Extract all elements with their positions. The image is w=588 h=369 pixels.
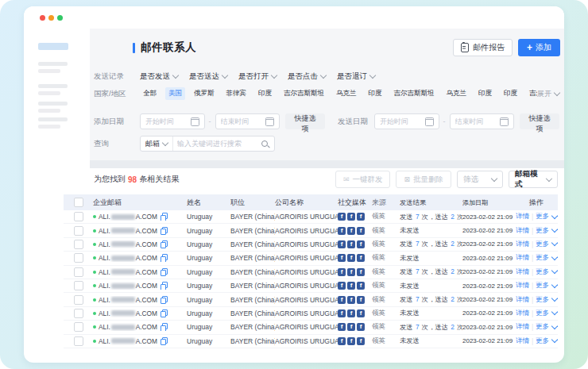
country-option[interactable]: 印度 — [501, 87, 520, 100]
detail-link[interactable]: 详情 — [516, 267, 529, 277]
country-option[interactable]: 乌克兰 — [333, 87, 360, 100]
facebook-icon[interactable]: f — [338, 254, 346, 262]
facebook-icon[interactable]: f — [338, 227, 346, 235]
detail-link[interactable]: 详情 — [516, 226, 529, 236]
zoom-window-button[interactable] — [57, 15, 63, 21]
send-filter-dropdown[interactable]: 是否送达 — [189, 71, 227, 82]
sidebar-item[interactable] — [38, 91, 60, 95]
header-checkbox[interactable] — [74, 198, 83, 207]
facebook-icon[interactable]: f — [338, 282, 346, 290]
search-field-select[interactable]: 邮箱 — [141, 136, 173, 151]
facebook-icon[interactable]: f — [347, 268, 355, 276]
send-filter-dropdown[interactable]: 是否打开 — [238, 71, 277, 82]
sidebar-item[interactable] — [38, 69, 60, 73]
expand-toggle[interactable]: 展开 — [537, 89, 559, 99]
row-checkbox[interactable] — [74, 309, 83, 318]
copy-icon[interactable] — [161, 254, 168, 262]
facebook-icon[interactable]: f — [338, 240, 346, 248]
more-link[interactable]: 更多 — [536, 295, 557, 305]
search-icon[interactable] — [261, 140, 268, 147]
facebook-icon[interactable]: f — [357, 240, 365, 248]
more-link[interactable]: 更多 — [536, 240, 557, 249]
copy-icon[interactable] — [161, 268, 168, 276]
add-date-end-input[interactable] — [215, 113, 280, 129]
search-input[interactable] — [173, 140, 261, 148]
country-option[interactable]: 吉尔吉斯斯坦 — [280, 87, 327, 100]
row-checkbox[interactable] — [74, 226, 83, 236]
facebook-icon[interactable]: f — [357, 213, 365, 221]
copy-icon[interactable] — [161, 296, 168, 304]
more-link[interactable]: 更多 — [536, 309, 557, 318]
facebook-icon[interactable]: f — [347, 240, 355, 248]
facebook-icon[interactable]: f — [347, 213, 355, 221]
country-option[interactable]: 菲律宾 — [223, 87, 250, 100]
detail-link[interactable]: 详情 — [516, 281, 529, 290]
facebook-icon[interactable]: f — [357, 309, 365, 317]
facebook-icon[interactable]: f — [347, 227, 355, 235]
sidebar-item[interactable] — [38, 117, 68, 121]
sidebar-item-active[interactable] — [38, 43, 68, 50]
copy-icon[interactable] — [161, 213, 168, 221]
detail-link[interactable]: 详情 — [516, 336, 529, 346]
facebook-icon[interactable]: f — [338, 323, 346, 331]
more-link[interactable]: 更多 — [536, 212, 557, 221]
detail-link[interactable]: 详情 — [516, 240, 529, 249]
copy-icon[interactable] — [161, 323, 168, 331]
detail-link[interactable]: 详情 — [516, 253, 529, 263]
copy-icon[interactable] — [161, 337, 168, 345]
detail-link[interactable]: 详情 — [516, 295, 529, 305]
facebook-icon[interactable]: f — [347, 296, 355, 304]
facebook-icon[interactable]: f — [357, 296, 365, 304]
row-checkbox[interactable] — [74, 322, 83, 332]
facebook-icon[interactable]: f — [357, 323, 365, 331]
row-checkbox[interactable] — [74, 295, 83, 305]
detail-link[interactable]: 详情 — [516, 322, 529, 332]
country-option[interactable]: 全部 — [140, 87, 160, 100]
row-checkbox[interactable] — [74, 267, 83, 277]
copy-icon[interactable] — [161, 309, 168, 317]
country-option[interactable]: 吉尔吉斯斯坦 — [526, 87, 537, 100]
country-option[interactable]: 俄罗斯 — [191, 87, 218, 100]
country-option[interactable]: 印度 — [475, 87, 495, 100]
sidebar-item[interactable] — [38, 102, 68, 106]
country-option[interactable]: 吉尔吉斯斯坦 — [391, 87, 438, 100]
row-checkbox[interactable] — [74, 336, 83, 346]
send-filter-dropdown[interactable]: 是否发送 — [140, 71, 178, 82]
more-link[interactable]: 更多 — [536, 322, 557, 332]
sidebar-item[interactable] — [38, 62, 68, 66]
facebook-icon[interactable]: f — [338, 213, 346, 221]
mode-select[interactable]: 邮箱模式 — [509, 171, 558, 188]
send-filter-dropdown[interactable]: 是否点击 — [288, 71, 326, 82]
facebook-icon[interactable]: f — [357, 254, 365, 262]
row-checkbox[interactable] — [74, 240, 83, 249]
sidebar-item[interactable] — [38, 109, 60, 113]
facebook-icon[interactable]: f — [357, 282, 365, 290]
more-link[interactable]: 更多 — [536, 267, 557, 277]
country-option[interactable]: 美国 — [165, 87, 185, 100]
send-date-start-input[interactable] — [374, 113, 439, 129]
more-link[interactable]: 更多 — [536, 226, 557, 236]
row-checkbox[interactable] — [74, 253, 83, 263]
country-option[interactable]: 乌克兰 — [443, 87, 470, 100]
add-button[interactable]: + 添加 — [518, 39, 560, 56]
more-link[interactable]: 更多 — [536, 336, 557, 346]
facebook-icon[interactable]: f — [357, 227, 365, 235]
filter-select[interactable]: 筛选 — [457, 171, 503, 188]
row-checkbox[interactable] — [74, 212, 83, 221]
copy-icon[interactable] — [161, 227, 168, 235]
bulk-delete-button[interactable]: ⊠ 批量删除 — [396, 171, 451, 188]
country-option[interactable]: 印度 — [255, 87, 275, 100]
facebook-icon[interactable]: f — [357, 337, 365, 345]
facebook-icon[interactable]: f — [357, 268, 365, 276]
bulk-send-button[interactable]: ✉ 一键群发 — [335, 171, 391, 188]
sidebar-item[interactable] — [38, 125, 60, 129]
mail-report-button[interactable]: 邮件报告 — [453, 39, 513, 56]
minimize-window-button[interactable] — [48, 15, 54, 21]
facebook-icon[interactable]: f — [347, 282, 355, 290]
sidebar-item[interactable] — [38, 84, 68, 88]
add-date-start-input[interactable] — [140, 113, 205, 129]
copy-icon[interactable] — [161, 240, 168, 248]
facebook-icon[interactable]: f — [347, 323, 355, 331]
detail-link[interactable]: 详情 — [516, 212, 529, 221]
send-date-end-input[interactable] — [450, 113, 515, 129]
